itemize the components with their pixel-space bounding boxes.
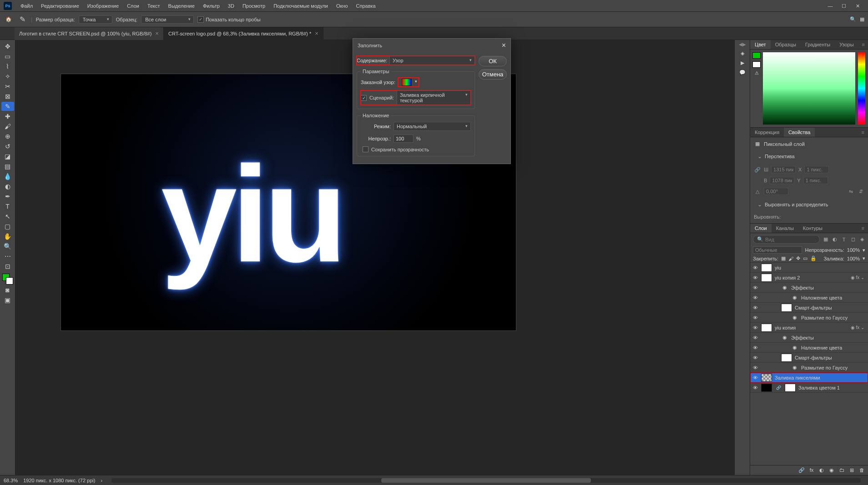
color-swatches[interactable]: [2, 274, 13, 285]
layer-row[interactable]: 👁◉Наложение цвета: [750, 343, 868, 353]
expand-panels-icon[interactable]: ◀▶: [739, 42, 746, 47]
close-button[interactable]: ✕: [851, 0, 864, 12]
fx-icon[interactable]: fx: [808, 467, 815, 473]
adjust-icon[interactable]: ◉: [828, 467, 835, 473]
tab-doc-1[interactable]: Логотип в стиле CRT SCREEN.psd @ 100% (y…: [15, 27, 164, 40]
eraser-tool[interactable]: ◪: [1, 152, 14, 161]
foreground-swatch[interactable]: [752, 52, 761, 59]
lock-artboard-icon[interactable]: ▭: [803, 255, 807, 261]
fill-value[interactable]: 100%: [847, 256, 860, 261]
search-icon[interactable]: 🔍: [850, 16, 856, 22]
menu-подключаемые модули[interactable]: Подключаемые модули: [269, 0, 332, 12]
visibility-icon[interactable]: 👁: [752, 285, 758, 290]
path-select-tool[interactable]: ↖: [1, 212, 14, 221]
angle-input[interactable]: [764, 188, 788, 195]
layer-row[interactable]: 👁Заливка пикселями: [750, 373, 868, 383]
new-layer-icon[interactable]: ⊞: [848, 467, 855, 473]
edit-toolbar-2[interactable]: ⊡: [1, 262, 14, 271]
height-input[interactable]: [770, 177, 794, 184]
tab-color[interactable]: Цвет: [750, 40, 771, 49]
align-section[interactable]: Выровнять и распределить: [754, 199, 864, 210]
panel-menu-icon[interactable]: ≡: [858, 224, 868, 233]
filter-type-icon[interactable]: T: [841, 237, 847, 242]
hue-slider[interactable]: [858, 52, 865, 125]
tab-swatches[interactable]: Образцы: [771, 40, 801, 49]
link-layers-icon[interactable]: 🔗: [798, 467, 805, 473]
visibility-icon[interactable]: 👁: [752, 355, 758, 360]
visibility-icon[interactable]: 👁: [752, 385, 758, 390]
stamp-tool[interactable]: ⊕: [1, 132, 14, 141]
layer-row[interactable]: 👁Смарт-фильтры: [750, 303, 868, 313]
tab-adjustments[interactable]: Коррекция: [750, 128, 784, 137]
layer-row[interactable]: 👁◉Размытие по Гауссу: [750, 313, 868, 323]
x-input[interactable]: [804, 166, 829, 173]
layer-row[interactable]: 👁yiu копия 2◉ fx ⌄: [750, 273, 868, 283]
link-icon[interactable]: 🔗: [754, 167, 761, 173]
type-tool[interactable]: T: [1, 202, 14, 211]
ring-checkbox[interactable]: ✓: [197, 16, 204, 23]
close-icon[interactable]: ×: [502, 41, 506, 50]
layer-row[interactable]: 👁◉Размытие по Гауссу: [750, 363, 868, 373]
zoom-level[interactable]: 68.3%: [4, 478, 18, 483]
menu-слои[interactable]: Слои: [123, 0, 143, 12]
libraries-icon[interactable]: ◈: [739, 50, 746, 56]
lasso-tool[interactable]: ⌇: [1, 62, 14, 71]
filter-smart-icon[interactable]: ◈: [859, 236, 865, 242]
move-tool[interactable]: ✥: [1, 42, 14, 51]
script-dropdown[interactable]: Заливка кирпичной текстурой: [397, 90, 471, 105]
visibility-icon[interactable]: 👁: [752, 325, 758, 330]
menu-редактирование[interactable]: Редактирование: [37, 0, 83, 12]
layer-row[interactable]: 👁Смарт-фильтры: [750, 353, 868, 363]
lock-pos-icon[interactable]: ✥: [796, 255, 800, 261]
flip-h-icon[interactable]: ⇋: [847, 189, 854, 195]
edit-toolbar[interactable]: ⋯: [1, 252, 14, 261]
shape-tool[interactable]: ▢: [1, 222, 14, 231]
script-checkbox[interactable]: ✓: [361, 95, 367, 101]
flip-v-icon[interactable]: ⇵: [857, 189, 864, 195]
menu-выделение[interactable]: Выделение: [164, 0, 199, 12]
tab-patterns[interactable]: Узоры: [835, 40, 858, 49]
menu-окно[interactable]: Окно: [332, 0, 352, 12]
chevron-right-icon[interactable]: ›: [101, 478, 102, 483]
color-field[interactable]: [763, 52, 855, 125]
comments-icon[interactable]: 💬: [739, 70, 746, 75]
menu-изображение[interactable]: Изображение: [83, 0, 123, 12]
fx-badge[interactable]: ◉ fx ⌄: [851, 325, 866, 330]
visibility-icon[interactable]: 👁: [752, 345, 758, 350]
mode-dropdown[interactable]: Нормальный: [394, 122, 471, 131]
tab-layers[interactable]: Слои: [750, 224, 772, 233]
screenmode-tool[interactable]: ▣: [1, 295, 14, 305]
tab-paths[interactable]: Контуры: [798, 224, 827, 233]
menu-фильтр[interactable]: Фильтр: [199, 0, 224, 12]
menu-просмотр[interactable]: Просмотр: [238, 0, 269, 12]
panel-menu-icon[interactable]: ≡: [858, 40, 868, 49]
visibility-icon[interactable]: 👁: [752, 335, 758, 340]
mask-icon[interactable]: ◐: [818, 467, 825, 473]
gradient-tool[interactable]: ▤: [1, 162, 14, 171]
maximize-button[interactable]: ☐: [837, 0, 851, 12]
eyedropper-tool[interactable]: ✎: [1, 102, 14, 111]
content-dropdown[interactable]: Узор: [389, 56, 475, 65]
workspace-icon[interactable]: ▦: [860, 16, 864, 22]
frame-tool[interactable]: ⊠: [1, 92, 14, 101]
layer-row[interactable]: 👁◉Эффекты: [750, 283, 868, 293]
h-scrollbar[interactable]: [111, 478, 861, 483]
tab-properties[interactable]: Свойства: [784, 128, 815, 137]
ok-button[interactable]: ОК: [479, 56, 507, 66]
visibility-icon[interactable]: 👁: [752, 365, 758, 370]
history-icon[interactable]: ▶: [739, 60, 746, 66]
opacity-value[interactable]: 100%: [847, 247, 860, 253]
lock-all-icon[interactable]: 🔒: [810, 255, 817, 261]
quickmask-tool[interactable]: ◙: [1, 285, 14, 295]
cancel-button[interactable]: Отмена: [479, 69, 507, 80]
marquee-tool[interactable]: ▭: [1, 52, 14, 61]
fx-badge[interactable]: ◉ fx ⌄: [851, 275, 866, 280]
layer-row[interactable]: 👁🔗Заливка цветом 1: [750, 383, 868, 393]
menu-3d[interactable]: 3D: [224, 0, 238, 12]
delete-icon[interactable]: 🗑: [858, 467, 865, 473]
visibility-icon[interactable]: 👁: [752, 305, 758, 310]
lock-trans-icon[interactable]: ▦: [781, 255, 786, 261]
history-brush-tool[interactable]: ↺: [1, 142, 14, 151]
menu-файл[interactable]: Файл: [16, 0, 37, 12]
visibility-icon[interactable]: 👁: [752, 275, 758, 280]
